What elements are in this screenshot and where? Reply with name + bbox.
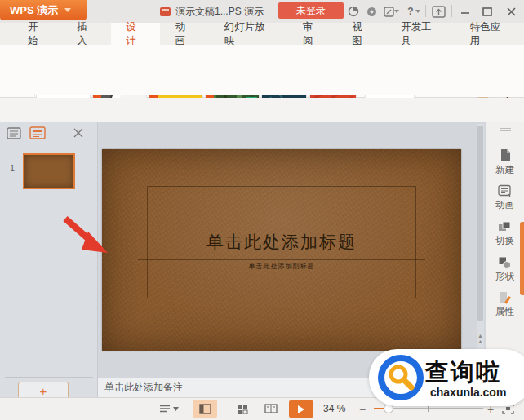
help-icon[interactable]: ? xyxy=(405,5,423,18)
close-button[interactable] xyxy=(504,5,518,18)
notes-placeholder: 单击此处添加备注 xyxy=(104,381,183,395)
sidebar-active-indicator[interactable] xyxy=(520,222,524,295)
sidebar-item-shape[interactable]: 形状 xyxy=(486,256,524,290)
title-placeholder[interactable]: 单击此处添加标题 xyxy=(147,186,416,259)
previous-slide-button[interactable]: ▲▲ xyxy=(477,333,484,344)
reading-view-icon[interactable] xyxy=(263,401,279,416)
ribbon-tab-bar: 开始 插入 设计 动画 幻灯片放映 审阅 视图 开发工具 特色应用 xyxy=(0,23,524,45)
divider xyxy=(0,144,97,144)
transition-icon xyxy=(498,220,512,233)
play-slideshow-button[interactable] xyxy=(289,400,313,418)
app-menu-button[interactable]: WPS 演示 xyxy=(0,0,87,20)
canvas-scrollbar[interactable]: ▲▲ xyxy=(477,124,484,377)
slides-view-icon[interactable] xyxy=(29,126,46,142)
chevron-down-icon xyxy=(394,10,399,13)
chaxunla-logo-icon xyxy=(377,354,424,401)
quick-access-bar: W 演示文稿1 * ✕ + 查找命令、搜索模板 xyxy=(0,98,524,122)
tab-home[interactable]: 开始 xyxy=(13,23,62,45)
document-switcher[interactable]: 演示文稿1...PS 演示 xyxy=(160,3,264,20)
tab-view[interactable]: 视图 xyxy=(337,23,386,45)
tab-slideshow[interactable]: 幻灯片放映 xyxy=(210,23,288,45)
shape-icon xyxy=(498,256,512,269)
document-switcher-label: 演示文稿1...PS 演示 xyxy=(175,5,264,19)
settings-icon[interactable] xyxy=(365,5,378,18)
close-panel-icon[interactable] xyxy=(73,128,83,140)
tab-devtools[interactable]: 开发工具 xyxy=(386,23,455,45)
feedback-icon[interactable] xyxy=(382,5,400,18)
tab-special-apps[interactable]: 特色应用 xyxy=(455,23,524,45)
notes-toggle-icon[interactable] xyxy=(158,401,180,416)
wps-presentation-window: WPS 演示 演示文稿1...PS 演示 未登录 ? xyxy=(0,0,524,420)
ribbon-design-panel: 魔法 Company introduction 2 xyxy=(0,45,524,98)
outline-view-icon[interactable] xyxy=(7,127,21,142)
divider xyxy=(451,5,452,17)
app-name: WPS 演示 xyxy=(10,3,58,18)
tab-review[interactable]: 审阅 xyxy=(288,23,337,45)
slide-editor[interactable]: 单击此处添加标题 单击此处添加副标题 xyxy=(102,149,461,351)
skin-icon[interactable] xyxy=(347,5,360,18)
sidebar-item-animation[interactable]: 动画 xyxy=(486,184,524,219)
animation-icon xyxy=(498,184,512,197)
slide-number: 1 xyxy=(10,163,15,173)
minimize-button[interactable] xyxy=(458,5,473,18)
subtitle-placeholder[interactable]: 单击此处添加副标题 xyxy=(147,259,416,298)
divider xyxy=(5,377,93,378)
chevron-down-icon xyxy=(415,10,420,13)
upload-icon[interactable] xyxy=(430,5,446,18)
normal-view-icon xyxy=(199,404,211,414)
sidebar-item-transition[interactable]: 切换 xyxy=(486,220,524,254)
slide-sorter-icon[interactable] xyxy=(235,401,250,416)
normal-view-button[interactable] xyxy=(193,400,217,418)
tab-animation[interactable]: 动画 xyxy=(160,23,209,45)
zoom-slider-tick xyxy=(428,405,429,412)
scrollbar-thumb[interactable] xyxy=(477,126,483,321)
zoom-level[interactable]: 34 % xyxy=(323,403,345,414)
properties-icon xyxy=(498,291,512,304)
zoom-out-icon[interactable]: − xyxy=(359,403,366,416)
maximize-button[interactable] xyxy=(480,5,495,18)
new-file-icon xyxy=(499,148,512,162)
divider xyxy=(425,5,426,17)
chevron-down-icon xyxy=(64,8,71,12)
tab-design[interactable]: 设计 xyxy=(111,23,160,45)
slide-thumbnail[interactable] xyxy=(23,153,75,189)
presentation-file-icon xyxy=(160,7,171,16)
sidebar-handle[interactable] xyxy=(500,128,511,131)
divider xyxy=(24,129,24,139)
tab-insert[interactable]: 插入 xyxy=(62,23,111,45)
watermark-domain: chaxunla.com xyxy=(430,386,506,399)
sidebar-item-properties[interactable]: 属性 xyxy=(486,291,524,325)
play-icon xyxy=(298,405,304,413)
watermark-brand: 查询啦 xyxy=(425,356,501,389)
sidebar-item-new[interactable]: 新建 xyxy=(486,148,524,183)
login-button[interactable]: 未登录 xyxy=(278,2,344,19)
